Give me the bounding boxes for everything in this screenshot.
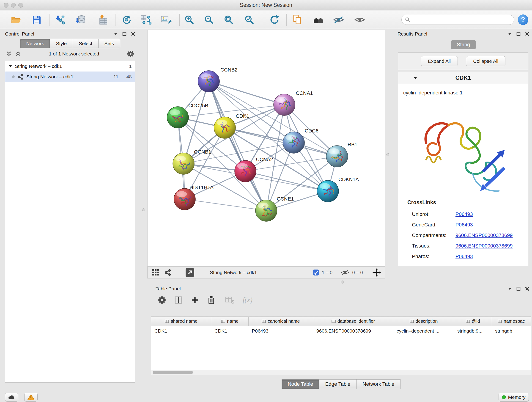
import-database-icon[interactable] [75, 14, 87, 26]
table-cell[interactable]: 9606.ENSP00000378699 [313, 326, 393, 336]
network-canvas[interactable]: CCNB2CCNA1CDC25BCDK1CDC6RB1CCNB1CCNA2CDK… [147, 30, 385, 267]
pan-move-icon[interactable] [373, 268, 381, 277]
window-title: Session: New Session [0, 0, 532, 10]
splitter-grip[interactable] [341, 281, 344, 283]
zoom-selected-icon[interactable] [243, 14, 255, 26]
maximize-panel-icon[interactable] [516, 287, 520, 291]
network-share-icon[interactable] [165, 269, 171, 276]
tab-string[interactable]: String [451, 40, 476, 49]
new-network-icon[interactable] [120, 14, 133, 26]
show-columns-icon[interactable] [174, 296, 183, 304]
table-cell[interactable]: cyclin–dependent ... [393, 326, 454, 336]
column-header-namespac[interactable]: namespac [492, 317, 531, 326]
crosslink-value-link[interactable]: 9606.ENSP00000378699 [456, 243, 513, 249]
open-session-icon[interactable] [10, 14, 22, 26]
table-cell[interactable]: P06493 [249, 326, 313, 336]
network-collection-row[interactable]: String Network – cdk1 1 [5, 61, 135, 71]
table-cell[interactable]: CDK1 [211, 326, 249, 336]
export-image-icon[interactable] [160, 14, 172, 26]
crosslink-value-link[interactable]: 9606.ENSP00000378699 [456, 232, 513, 238]
network-node-CCNA1[interactable]: CCNA1 [273, 90, 313, 115]
search-box[interactable] [401, 15, 514, 25]
detach-view-button[interactable] [186, 268, 194, 277]
search-input[interactable] [413, 17, 511, 22]
zoom-in-icon[interactable] [183, 14, 195, 26]
tab-edge-table[interactable]: Edge Table [319, 379, 357, 389]
delete-table-icon-disabled [225, 296, 234, 304]
node-label: CCNA2 [256, 157, 273, 162]
save-session-icon[interactable] [31, 14, 43, 26]
close-panel-icon[interactable] [131, 32, 135, 36]
tree-expand-icon[interactable] [8, 65, 12, 68]
network-from-table-icon[interactable] [140, 14, 152, 26]
table-options-gear-icon[interactable] [158, 296, 166, 304]
cloud-status-button[interactable] [5, 393, 18, 402]
column-header-database-identifier[interactable]: database identifier [313, 317, 393, 326]
minimize-window-button[interactable] [11, 3, 16, 7]
column-header-description[interactable]: description [393, 317, 454, 326]
float-panel-icon[interactable] [114, 32, 118, 35]
node-details-header[interactable]: CDK1 [398, 72, 528, 84]
crosslink-value-link[interactable]: P06493 [456, 254, 473, 259]
column-header-canonical-name[interactable]: canonical name [249, 317, 313, 326]
float-panel-icon[interactable] [508, 287, 512, 290]
collapse-all-tree-icon[interactable] [6, 51, 12, 57]
zoom-out-icon[interactable] [203, 14, 215, 26]
maximize-panel-icon[interactable] [122, 32, 127, 36]
close-panel-icon[interactable] [525, 287, 529, 291]
selected-nodes-checkbox-icon[interactable] [313, 269, 319, 276]
help-button[interactable]: ? [518, 14, 528, 25]
warnings-button[interactable] [24, 393, 38, 402]
import-network-icon[interactable] [55, 14, 67, 26]
tab-style[interactable]: Style [50, 39, 73, 48]
column-header-name[interactable]: name [211, 317, 249, 326]
tab-sets[interactable]: Sets [99, 39, 120, 48]
splitter-grip[interactable] [386, 153, 389, 156]
network-node-CDKN1A[interactable]: CDKN1A [317, 177, 359, 202]
collapse-all-button[interactable]: Collapse All [466, 56, 505, 66]
delete-column-icon[interactable] [207, 296, 215, 304]
maximize-panel-icon[interactable] [516, 32, 520, 36]
home-style-icon[interactable] [312, 14, 324, 26]
crosslink-value-link[interactable]: P06493 [456, 222, 473, 228]
close-window-button[interactable] [4, 3, 8, 7]
column-header-id[interactable]: @id [454, 317, 492, 326]
network-row-selected[interactable]: String Network – cdk1 11 48 [5, 71, 135, 82]
network-selection-status: 1 of 1 Network selected [24, 51, 124, 57]
close-panel-icon[interactable] [525, 32, 529, 36]
tab-select[interactable]: Select [73, 39, 98, 48]
network-graph[interactable]: CCNB2CCNA1CDC25BCDK1CDC6RB1CCNB1CCNA2CDK… [147, 30, 385, 266]
column-header-shared-name[interactable]: shared name [151, 317, 211, 326]
section-collapse-icon[interactable] [413, 77, 418, 79]
float-panel-icon[interactable] [508, 32, 512, 35]
table-cell[interactable]: CDK1 [151, 326, 211, 336]
crosslink-value-link[interactable]: P06493 [456, 211, 473, 217]
tab-node-table[interactable]: Node Table [282, 379, 319, 389]
network-options-gear-icon[interactable] [127, 50, 134, 57]
show-all-icon[interactable] [354, 14, 366, 26]
tab-network[interactable]: Network [20, 39, 50, 48]
memory-button[interactable]: Memory [499, 393, 529, 402]
expand-all-button[interactable]: Expand All [421, 56, 458, 66]
network-node-RB1[interactable]: RB1 [326, 142, 357, 167]
hide-selected-icon[interactable] [333, 14, 345, 26]
tab-network-table[interactable]: Network Table [356, 379, 400, 389]
refresh-icon[interactable] [268, 14, 280, 26]
scrollbar-thumb[interactable] [153, 371, 193, 374]
table-cell[interactable]: stringdb [492, 326, 531, 336]
network-node-CDC6[interactable]: CDC6 [283, 128, 318, 153]
hidden-eye-slash-icon[interactable] [341, 269, 349, 276]
network-node-CDK1[interactable]: CDK1 [214, 113, 249, 138]
import-table-icon[interactable] [96, 14, 108, 26]
expand-all-tree-icon[interactable] [15, 51, 21, 57]
table-horizontal-scrollbar[interactable] [151, 370, 531, 375]
birdseye-grid-icon[interactable] [152, 269, 159, 276]
clone-network-icon[interactable] [291, 14, 303, 26]
zoom-window-button[interactable] [18, 3, 23, 7]
network-node-HIST1H1A[interactable]: HIST1H1A [174, 185, 214, 210]
zoom-fit-icon[interactable] [223, 14, 234, 26]
table-cell[interactable]: stringdb:9... [454, 326, 492, 336]
splitter-grip[interactable] [142, 208, 145, 211]
add-column-icon[interactable] [191, 296, 199, 304]
table-row[interactable]: CDK1CDK1P064939606.ENSP00000378699cyclin… [151, 326, 531, 336]
